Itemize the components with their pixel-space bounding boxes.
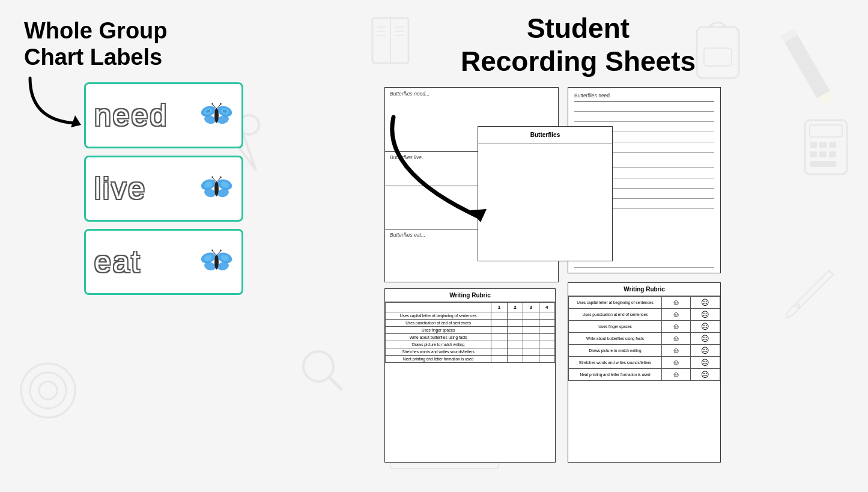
rubric-right-title: Writing Rubric <box>568 283 720 296</box>
right-section: Student Recording Sheets Butterflies nee… <box>288 0 868 492</box>
butterflies-title: Butterflies <box>478 127 612 144</box>
rubric-smiley-row: Write about butterflies using facts ☺ ☹ <box>569 333 720 345</box>
rubric-row: Write about butterflies using facts <box>386 334 555 341</box>
rubric-smiley-row: Uses finger spaces ☺ ☹ <box>569 321 720 333</box>
chart-card-need: need <box>84 82 243 148</box>
svg-point-66 <box>220 176 222 178</box>
butterflies-need-label: Butterflies need <box>574 93 714 99</box>
right-title-line1: Student <box>527 13 630 44</box>
rubric-smiley-row: Uses capital letter at beginning of sent… <box>569 297 720 309</box>
right-title-line2: Recording Sheets <box>461 46 696 77</box>
rubric-row: Uses punctuation at end of sentences <box>386 320 555 327</box>
rubric-left-table: 1 2 3 4 Uses capital letter at beginning… <box>385 302 555 363</box>
rubric-smiley-row: Neat printing and letter formation is us… <box>569 369 720 381</box>
rubric-smiley-row: Stretches words and writes sounds/letter… <box>569 357 720 369</box>
rubric-row: Draws picture to match writing <box>386 341 555 348</box>
svg-point-77 <box>220 249 222 251</box>
word-live: live <box>94 171 147 206</box>
svg-point-49 <box>214 108 219 123</box>
rubric-smiley-row: Uses punctuation at end of sentences ☺ ☹ <box>569 309 720 321</box>
rubric-row: Uses capital letter at beginning of sent… <box>386 312 555 320</box>
butterfly-icon-eat <box>200 249 233 276</box>
left-title-line1: Whole Group <box>24 18 168 43</box>
rubric-left-title: Writing Rubric <box>385 289 555 302</box>
left-section: Whole Group Chart Labels need <box>0 0 288 492</box>
butterfly-icon-live <box>200 175 233 202</box>
chart-card-live: live <box>84 156 243 222</box>
rubric-row: Uses finger spaces <box>386 327 555 334</box>
chart-cards: need live <box>84 82 276 295</box>
left-title: Whole Group Chart Labels <box>24 18 276 70</box>
rubric-right-table: Uses capital letter at beginning of sent… <box>568 296 720 381</box>
need-label: Butterflies need... <box>390 91 553 97</box>
left-arrow <box>18 72 90 132</box>
svg-marker-42 <box>71 115 81 127</box>
rubric-row: Stretches words and writes sounds/letter… <box>386 348 555 356</box>
sheet-middle: Butterflies <box>478 126 613 261</box>
sheet-rubric-left: Writing Rubric 1 2 3 4 Uses capita <box>384 288 556 463</box>
svg-point-76 <box>211 249 213 251</box>
rubric-smiley-row: Draws picture to match writing ☺ ☹ <box>569 345 720 357</box>
chart-card-eat: eat <box>84 229 243 295</box>
butterfly-icon-need <box>200 102 233 129</box>
word-eat: eat <box>94 244 142 279</box>
rubric-row: Neat printing and letter formation is us… <box>386 356 555 363</box>
word-need: need <box>94 98 168 133</box>
svg-point-62 <box>214 181 219 196</box>
svg-point-52 <box>211 103 213 105</box>
right-arrow <box>375 111 496 231</box>
left-title-line2: Chart Labels <box>24 44 162 70</box>
svg-point-53 <box>220 103 222 105</box>
svg-point-73 <box>214 255 219 270</box>
svg-point-65 <box>211 176 213 178</box>
right-title: Student Recording Sheets <box>306 12 850 78</box>
sheet-rubric-right: Writing Rubric Uses capital letter at be… <box>568 282 721 463</box>
